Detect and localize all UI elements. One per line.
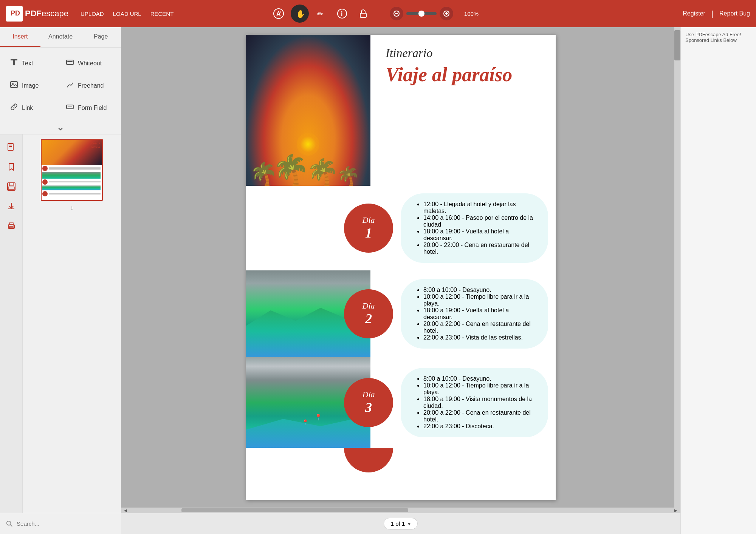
hand-tool-button[interactable]: ✋ — [291, 5, 309, 23]
day3-item-0: 8:00 a 10:00 - Desayuno. — [423, 375, 537, 382]
day2-item-2: 18:00 a 19:00 - Vuelta al hotel a descan… — [423, 307, 537, 321]
itinerario-title: Itinerario — [386, 46, 544, 60]
tab-annotate[interactable]: Annotate — [40, 27, 81, 47]
page-nav: 1 of 1 ▾ — [384, 518, 418, 529]
day2-item-1: 10:00 a 12:00 - Tiempo libre para ir a l… — [423, 293, 537, 307]
day2-item-3: 20:00 a 22:00 - Cena en restaurante del … — [423, 321, 537, 334]
day1-item-2: 18:00 a 19:00 - Vuelta al hotel a descan… — [423, 228, 537, 242]
sidebar-pages-button[interactable] — [3, 139, 20, 156]
pencil-tool-button[interactable]: ✏ — [312, 5, 330, 23]
page-nav-text: 1 of 1 — [391, 520, 405, 527]
svg-rect-9 — [360, 13, 366, 17]
scrollbar-h-thumb[interactable] — [181, 508, 408, 512]
report-bug-button[interactable]: Report Bug — [719, 10, 750, 17]
info-tool-button[interactable]: i — [333, 5, 351, 23]
register-button[interactable]: Register — [683, 10, 705, 17]
scrollbar-thumb-v[interactable] — [674, 30, 680, 60]
page-nav-dropdown[interactable]: ▾ — [408, 521, 411, 527]
svg-rect-30 — [9, 227, 13, 228]
upload-nav[interactable]: UPLOAD — [81, 11, 104, 17]
search-bar — [0, 513, 121, 534]
vertical-scrollbar[interactable] — [674, 27, 680, 508]
day2-item-0: 8:00 a 10:00 - Desayuno. — [423, 287, 537, 293]
left-panel: Insert Annotate Page Text Whiteout — [0, 27, 121, 534]
day3-circle: Día 3 — [344, 378, 393, 427]
recent-nav[interactable]: RECENT — [150, 11, 174, 17]
main-area: Insert Annotate Page Text Whiteout — [0, 27, 756, 534]
link-panel-item[interactable]: Link — [6, 98, 59, 117]
text-tool-button[interactable]: AI — [270, 5, 288, 23]
day1-item-0: 12:00 - Llegada al hotel y dejar las mal… — [423, 201, 537, 215]
image-icon — [10, 80, 18, 91]
svg-rect-26 — [8, 183, 15, 190]
day1-list: 12:00 - Llegada al hotel y dejar las mal… — [423, 201, 537, 255]
page-thumbnail[interactable]: Viaje alparaíso — [41, 139, 103, 201]
svg-rect-19 — [11, 82, 17, 88]
day2-label: Día — [363, 301, 375, 311]
ad-sub-text: Sponsored Links Below — [685, 37, 751, 43]
svg-point-31 — [13, 225, 14, 226]
text-icon — [10, 58, 18, 68]
day1-info: 12:00 - Llegada al hotel y dejar las mal… — [401, 193, 548, 263]
day1-number: 1 — [365, 225, 372, 241]
pdf-title-area: Itinerario Viaje al paraíso — [370, 35, 556, 186]
zoom-in-button[interactable] — [440, 7, 453, 20]
svg-text:i: i — [341, 11, 342, 17]
logo-text: PDFescape — [25, 9, 68, 19]
logo-icon: PDF — [6, 6, 23, 22]
svg-rect-25 — [9, 146, 12, 147]
expand-button[interactable] — [0, 123, 121, 134]
text-label: Text — [22, 60, 33, 67]
whiteout-panel-item[interactable]: Whiteout — [62, 54, 115, 73]
sidebar-save-button[interactable] — [3, 178, 20, 195]
sidebar-bookmark-button[interactable] — [3, 159, 20, 175]
link-label: Link — [22, 105, 33, 111]
loadurl-nav[interactable]: LOAD URL — [113, 11, 141, 17]
page-number-label: 1 — [70, 205, 73, 211]
svg-rect-28 — [8, 187, 14, 190]
image-label: Image — [22, 82, 39, 89]
svg-rect-27 — [9, 183, 13, 186]
panel-content: Text Whiteout Image Freehand — [0, 48, 121, 123]
formfield-label: Form Field — [78, 105, 107, 111]
scroll-left-arrow[interactable]: ◀ — [122, 508, 129, 513]
svg-line-33 — [11, 525, 12, 526]
day3-item-1: 10:00 a 12:00 - Tiempo libre para ir a l… — [423, 382, 537, 396]
svg-rect-17 — [67, 60, 73, 65]
tab-page[interactable]: Page — [81, 27, 121, 47]
image-panel-item[interactable]: Image — [6, 76, 59, 95]
svg-text:I: I — [280, 10, 281, 14]
topbar-divider: | — [711, 9, 713, 18]
day3-item-2: 18:00 a 19:00 - Visita monumentos de la … — [423, 396, 537, 409]
scroll-right-arrow[interactable]: ▶ — [673, 508, 679, 513]
lock-tool-button[interactable] — [354, 5, 372, 23]
zoom-out-button[interactable] — [390, 7, 403, 20]
topbar-right: Register | Report Bug — [683, 9, 750, 18]
formfield-panel-item[interactable]: Form Field — [62, 98, 115, 117]
svg-rect-24 — [9, 145, 12, 145]
right-panel: Use PDFescape Ad Free! Sponsored Links B… — [680, 27, 756, 534]
search-input[interactable] — [17, 520, 115, 527]
text-panel-item[interactable]: Text — [6, 54, 59, 73]
topbar-nav: UPLOAD LOAD URL RECENT — [81, 11, 174, 17]
topbar-center: AI ✋ ✏ i 100% — [270, 5, 486, 23]
day3-number: 3 — [365, 400, 372, 415]
freehand-panel-item[interactable]: Freehand — [62, 76, 115, 95]
logo: PDF PDFescape — [6, 6, 68, 22]
viaje-title: Viaje al paraíso — [386, 64, 544, 85]
formfield-icon — [66, 103, 74, 113]
thumbnail-image: Viaje alparaíso — [42, 140, 102, 200]
tab-insert[interactable]: Insert — [0, 27, 40, 47]
day3-info: 8:00 a 10:00 - Desayuno. 10:00 a 12:00 -… — [401, 368, 548, 437]
horizontal-scrollbar[interactable]: ◀ ▶ — [121, 508, 680, 513]
day2-item-4: 22:00 a 23:00 - Vista de las estrellas. — [423, 334, 537, 341]
tabs-row: Insert Annotate Page — [0, 27, 121, 48]
svg-rect-16 — [13, 59, 15, 65]
sidebar-print-button[interactable] — [3, 218, 20, 234]
sidebar-icons — [0, 134, 23, 513]
svg-point-32 — [7, 521, 11, 525]
sidebar-download-button[interactable] — [3, 198, 20, 215]
viewer-scroll[interactable]: 🌴 🌴 🌴 🌴 Itinerario Viaje al paraíso — [121, 27, 680, 508]
day2-number: 2 — [365, 311, 372, 327]
day2-list: 8:00 a 10:00 - Desayuno. 10:00 a 12:00 -… — [423, 287, 537, 341]
